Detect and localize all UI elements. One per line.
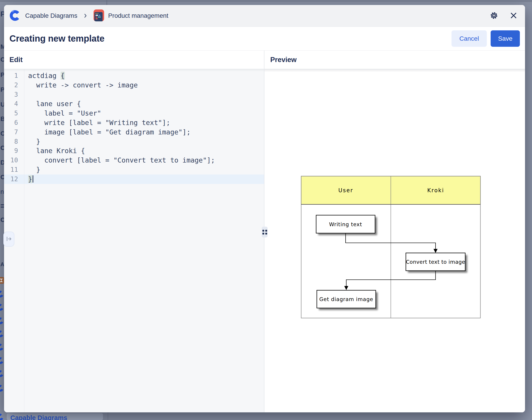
cancel-button[interactable]: Cancel <box>452 30 487 47</box>
code-editor[interactable]: 1actdiag {2 write -> convert -> image34 … <box>4 69 264 412</box>
capable-diagrams-logo-icon <box>0 303 4 312</box>
line-number: 1 <box>4 71 18 80</box>
code-text: write -> convert -> image <box>28 80 138 90</box>
underlay-text-fragment: By <box>0 115 4 122</box>
underlay-app-icon <box>0 277 4 284</box>
chevron-right-icon <box>83 13 88 18</box>
edit-pane-header: Edit <box>4 51 264 69</box>
underlay-text-fragment: Dr <box>0 159 4 166</box>
line-number: 10 <box>4 156 18 165</box>
code-lines: 1actdiag {2 write -> convert -> image34 … <box>4 71 264 184</box>
underlay-text-fragment: Cl <box>0 174 4 181</box>
underlay-text-fragment: Ul <box>0 101 4 108</box>
preview-canvas: User Kroki Writing text <box>264 69 525 412</box>
line-number: 12 <box>4 175 18 184</box>
line-number: 4 <box>4 99 18 109</box>
code-text: lane user { <box>28 99 81 109</box>
underlay-text-fragment: Ca <box>0 130 4 137</box>
capable-diagrams-logo-icon <box>0 384 4 392</box>
underlay-bottom-item-label: Capable Diagrams <box>10 414 67 420</box>
screen: { "colors": { "accent_blue": "#2f63d6", … <box>0 0 532 420</box>
breadcrumb: Capable Diagrams <box>4 5 525 27</box>
close-button[interactable] <box>509 11 518 21</box>
code-text: image [label = "Get diagram image"]; <box>28 127 190 137</box>
code-text: actdiag { <box>28 71 65 80</box>
code-text: } <box>28 165 40 175</box>
breadcrumb-app[interactable]: Capable Diagrams <box>9 9 77 22</box>
gear-icon <box>489 11 499 21</box>
underlay-text-fragment: Pr <box>0 71 4 78</box>
code-line[interactable]: 3 <box>4 90 264 99</box>
dialog-header: Creating new template Cancel Save <box>4 27 525 51</box>
underlay-text-fragment: Cr <box>0 216 4 224</box>
expand-right-icon <box>6 236 12 243</box>
code-line[interactable]: 2 write -> convert -> image <box>4 80 264 90</box>
underlay-text-fragment: Pr <box>0 86 4 93</box>
capable-diagrams-logo-icon <box>0 413 4 420</box>
code-line[interactable]: 9 lane Kroki { <box>4 146 264 156</box>
underlay-text-fragment: Pr <box>0 10 4 18</box>
code-line[interactable]: 6 write [label = "Writing text"]; <box>4 118 264 127</box>
pane-resize-handle[interactable] <box>262 227 268 238</box>
line-number: 2 <box>4 80 18 90</box>
node-label: Get diagram image <box>319 296 373 302</box>
node-label: Writing text <box>329 222 362 227</box>
edit-pane: Edit 1actdiag {2 write -> convert -> ima… <box>4 51 264 412</box>
code-text: label = "User" <box>28 109 101 118</box>
code-text: lane Kroki { <box>28 146 85 156</box>
code-text: } <box>28 175 33 184</box>
underlay-divider <box>106 0 107 5</box>
capable-diagrams-logo-icon <box>0 369 4 378</box>
preview-pane-header: Preview <box>264 51 525 69</box>
underlay-top-strip <box>0 0 532 5</box>
create-template-dialog: Capable Diagrams <box>4 5 525 412</box>
node-label: Convert text to image <box>406 259 465 265</box>
code-text: convert [label = "Convert text to image"… <box>28 156 215 165</box>
code-line[interactable]: 10 convert [label = "Convert text to ima… <box>4 156 264 165</box>
underlay-text-fragment: = <box>0 201 4 211</box>
code-line[interactable]: 7 image [label = "Get diagram image"]; <box>4 127 264 137</box>
capable-diagrams-logo-icon <box>9 9 21 22</box>
lane-label: User <box>338 187 353 194</box>
product-management-icon <box>93 9 104 22</box>
underlay-text-fragment: Cl <box>0 56 4 63</box>
line-number: 9 <box>4 146 18 156</box>
code-text: } <box>28 137 40 146</box>
underlay-text-fragment: Ca <box>0 144 4 151</box>
save-button[interactable]: Save <box>491 30 520 47</box>
code-line[interactable]: 4 lane user { <box>4 99 264 109</box>
expand-sidebar-button[interactable] <box>3 232 15 247</box>
capable-diagrams-logo-icon <box>0 290 4 298</box>
breadcrumb-page-label: Product management <box>108 12 168 19</box>
underlay-text-fragment: M <box>0 43 4 50</box>
code-line[interactable]: 5 label = "User" <box>4 109 264 118</box>
underlay-text-fragment: n <box>0 188 4 195</box>
line-number: 6 <box>4 118 18 127</box>
capable-diagrams-logo-icon <box>0 316 4 325</box>
line-number: 3 <box>4 90 18 99</box>
underlay-text-fragment: AP <box>0 261 4 268</box>
page-title: Creating new template <box>9 33 105 44</box>
close-icon <box>510 12 517 20</box>
capable-diagrams-logo-icon <box>0 356 4 365</box>
code-text: write [label = "Writing text"]; <box>28 118 170 127</box>
code-line[interactable]: 1actdiag { <box>4 71 264 80</box>
text-cursor <box>33 175 33 182</box>
breadcrumb-page[interactable]: Product management <box>93 9 168 22</box>
line-number: 8 <box>4 137 18 146</box>
line-number: 11 <box>4 165 18 175</box>
code-line[interactable]: 12} <box>4 175 264 184</box>
actdiag-diagram: User Kroki Writing text <box>301 176 481 318</box>
line-number: 7 <box>4 127 18 137</box>
lane-label: Kroki <box>427 187 444 194</box>
settings-button[interactable] <box>489 10 499 22</box>
code-line[interactable]: 8 } <box>4 137 264 146</box>
code-line[interactable]: 11 } <box>4 165 264 175</box>
capable-diagrams-logo-icon <box>0 330 4 338</box>
line-number: 5 <box>4 109 18 118</box>
preview-pane: Preview Us <box>264 51 525 412</box>
underlay-divider <box>108 412 108 420</box>
breadcrumb-app-label: Capable Diagrams <box>25 12 77 19</box>
capable-diagrams-logo-icon <box>0 343 4 351</box>
